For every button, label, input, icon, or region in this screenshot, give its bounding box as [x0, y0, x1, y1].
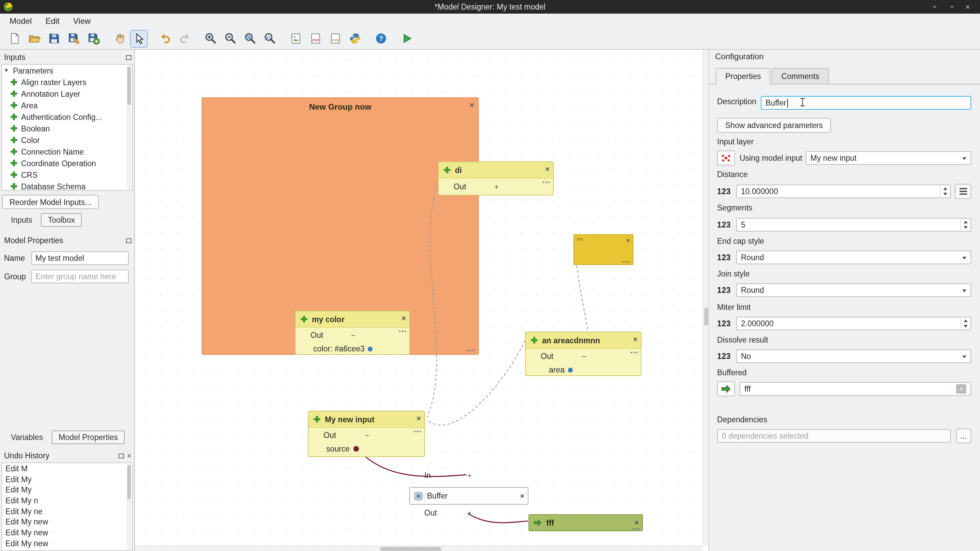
spin-down-icon[interactable]	[943, 193, 947, 196]
remove-node-icon[interactable]: ×	[520, 492, 524, 499]
description-input[interactable]: Buffer	[761, 96, 971, 110]
scrollbar-thumb[interactable]	[380, 547, 441, 551]
resize-handle-icon[interactable]	[466, 349, 474, 352]
zoom-out-button[interactable]	[221, 30, 239, 47]
model-canvas[interactable]: New Group now × xzc × di	[135, 50, 703, 546]
dependencies-more-button[interactable]: ...	[956, 428, 971, 443]
spin-buttons[interactable]	[940, 186, 949, 197]
help-button[interactable]: ?	[372, 30, 390, 47]
clear-field-icon[interactable]: ×	[956, 384, 966, 394]
join-style-combobox[interactable]: Round	[736, 283, 971, 297]
parameter-item[interactable]: Area	[2, 99, 132, 111]
select-tool-button[interactable]	[130, 30, 148, 47]
scrollbar-thumb[interactable]	[127, 465, 131, 499]
menu-edit[interactable]: Edit	[38, 14, 66, 27]
node-output-socket[interactable]: color: #a6cee3	[296, 342, 409, 355]
fold-toggle[interactable]: +	[468, 471, 472, 479]
export-pdf-button[interactable]: PDF	[307, 30, 324, 47]
fold-toggle[interactable]: −	[351, 331, 355, 339]
tab-inputs[interactable]: Inputs	[4, 213, 39, 227]
undo-item[interactable]: Edit My	[2, 474, 132, 484]
float-panel-icon[interactable]	[126, 55, 131, 60]
resize-handle-icon[interactable]	[414, 430, 421, 433]
save-model-button[interactable]	[45, 30, 63, 47]
spin-down-icon[interactable]	[963, 325, 967, 328]
model-group-input[interactable]	[31, 270, 129, 283]
pan-tool-button[interactable]	[110, 30, 128, 47]
save-model-in-project-button[interactable]	[84, 30, 102, 47]
resize-handle-icon[interactable]	[398, 330, 406, 332]
input-node-di[interactable]: di Out + ×	[438, 161, 554, 196]
output-node-fff[interactable]: fff ×	[528, 514, 643, 531]
remove-group-icon[interactable]: ×	[469, 102, 474, 108]
miter-limit-spinbox[interactable]: 2.000000	[736, 317, 971, 330]
fold-toggle[interactable]: +	[495, 183, 498, 191]
collapse-arrow-icon[interactable]: ▾	[5, 67, 8, 73]
parameter-item[interactable]: Authentication Config...	[2, 111, 132, 123]
algorithm-node-buffer[interactable]: In + Buffer × Out +	[409, 467, 528, 522]
undo-button[interactable]	[156, 30, 173, 47]
node-output-socket[interactable]: area	[526, 364, 641, 376]
resize-handle-icon[interactable]	[622, 261, 629, 263]
parameters-tree-root[interactable]: ▾ Parameters	[2, 65, 132, 76]
scrollbar-thumb[interactable]	[704, 308, 708, 326]
input-node-an-areacdnmnn[interactable]: an areacdnmnn Out − area ×	[525, 332, 641, 376]
resize-handle-icon[interactable]	[632, 528, 640, 530]
remove-node-icon[interactable]: ×	[545, 166, 550, 172]
save-model-as-button[interactable]	[65, 30, 83, 47]
float-panel-icon[interactable]	[118, 453, 124, 458]
parameter-item[interactable]: Color	[2, 134, 132, 146]
open-model-button[interactable]	[25, 30, 43, 47]
undo-item[interactable]: Edit My new	[2, 527, 132, 538]
output-port-icon[interactable]	[353, 446, 359, 452]
remove-node-icon[interactable]: ×	[635, 519, 639, 526]
parameter-item[interactable]: Database Schema	[2, 180, 132, 191]
menu-model[interactable]: Model	[3, 14, 38, 27]
output-port-icon[interactable]	[368, 346, 373, 351]
maximize-icon[interactable]: ›	[947, 1, 956, 13]
export-image-button[interactable]	[287, 30, 304, 47]
zoom-in-button[interactable]	[202, 30, 219, 47]
buffered-output-input[interactable]: fff ×	[740, 382, 971, 396]
redo-button[interactable]	[176, 30, 193, 47]
export-svg-button[interactable]: SVG	[326, 30, 344, 47]
reorder-model-inputs-button[interactable]: Reorder Model Inputs...	[2, 195, 99, 209]
scrollbar-thumb[interactable]	[127, 67, 131, 105]
undo-item[interactable]: Edit My new	[2, 517, 132, 527]
show-advanced-parameters-button[interactable]: Show advanced parameters	[717, 118, 831, 133]
fold-toggle[interactable]: −	[365, 431, 369, 439]
resize-handle-icon[interactable]	[630, 352, 638, 354]
zoom-actual-button[interactable]: 1:1	[261, 30, 278, 47]
spin-buttons[interactable]	[960, 318, 970, 329]
spin-buttons[interactable]	[960, 219, 970, 230]
menu-view[interactable]: View	[67, 14, 98, 27]
export-python-button[interactable]	[346, 30, 364, 47]
close-icon[interactable]: ×	[964, 1, 972, 13]
spin-up-icon[interactable]	[943, 187, 947, 190]
new-model-button[interactable]	[5, 30, 23, 47]
tab-comments[interactable]: Comments	[772, 68, 829, 84]
node-output-socket[interactable]: source	[309, 443, 424, 455]
parameter-item[interactable]: Boolean	[2, 123, 132, 134]
undo-item[interactable]: Edit My	[2, 484, 132, 495]
input-node-my-new-input[interactable]: My new input Out − source ×	[308, 411, 425, 457]
spin-up-icon[interactable]	[963, 319, 967, 322]
tab-model-properties[interactable]: Model Properties	[52, 430, 125, 444]
parameter-item[interactable]: Annotation Layer	[2, 88, 132, 99]
close-panel-icon[interactable]: ×	[127, 452, 131, 459]
resize-handle-icon[interactable]	[542, 181, 550, 183]
spin-down-icon[interactable]	[963, 226, 967, 229]
remove-node-icon[interactable]: ×	[417, 415, 421, 422]
undo-item[interactable]: Edit My ne	[2, 506, 132, 517]
parameter-item[interactable]: CRS	[2, 169, 132, 180]
output-port-icon[interactable]	[568, 368, 573, 372]
fold-toggle[interactable]: +	[468, 509, 472, 517]
end-cap-style-combobox[interactable]: Round	[736, 251, 971, 264]
segments-spinbox[interactable]: 5	[736, 218, 971, 232]
tab-toolbox[interactable]: Toolbox	[41, 213, 82, 227]
float-panel-icon[interactable]	[126, 238, 131, 243]
undo-item[interactable]: Edit My new i	[2, 549, 132, 551]
input-node-my-color[interactable]: my color Out − color: #a6cee3 ×	[295, 311, 410, 355]
zoom-full-button[interactable]	[241, 30, 259, 47]
parameter-item[interactable]: Connection Name	[2, 146, 132, 157]
